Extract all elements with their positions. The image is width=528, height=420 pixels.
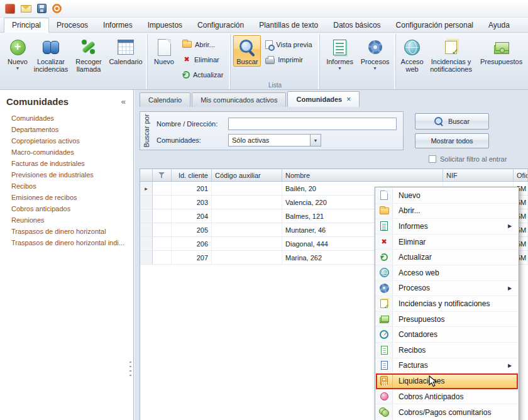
feed-icon[interactable] bbox=[52, 4, 62, 13]
binoculars-icon bbox=[42, 40, 60, 55]
doc-tab-comunicados[interactable]: Mis comunicados activos bbox=[192, 92, 286, 107]
menu-item-acceso-web[interactable]: Acceso web bbox=[376, 265, 518, 281]
acceso-web-button[interactable]: Acceso web bbox=[399, 35, 426, 74]
actualizar-button[interactable]: Actualizar bbox=[178, 68, 228, 81]
solicitar-filtro-checkbox[interactable]: Solicitar filtro al entrar bbox=[429, 155, 507, 163]
calendario-button[interactable]: Calendario bbox=[107, 35, 145, 67]
sidebar-item-comunidades[interactable]: Comunidades bbox=[0, 113, 133, 124]
column-header-nombre[interactable]: Nombre bbox=[282, 169, 443, 181]
splitter-handle[interactable] bbox=[129, 362, 131, 378]
budget-icon bbox=[380, 318, 388, 323]
sidebar-item-cobros-anticipados[interactable]: Cobros anticipados bbox=[0, 203, 133, 214]
ribbon-group-registro: Nuevo Abrir... Eliminar Actualizar bbox=[147, 34, 230, 89]
nuevo-registro-button[interactable]: Nuevo bbox=[150, 35, 178, 67]
tab-principal[interactable]: Principal bbox=[4, 18, 49, 33]
sidebar-header: Comunidades « bbox=[0, 90, 133, 113]
menu-item-recibos[interactable]: Recibos bbox=[376, 343, 518, 358]
tab-plantillas[interactable]: Plantillas de texto bbox=[251, 18, 326, 32]
menu-item-informes[interactable]: Informes ▶ bbox=[376, 219, 518, 235]
document-tab-bar: Calendario Mis comunicados activos Comun… bbox=[135, 90, 528, 107]
print-preview-icon bbox=[265, 40, 273, 49]
menu-item-nuevo[interactable]: Nuevo bbox=[376, 188, 518, 204]
nuevo-button[interactable]: Nuevo ▼ bbox=[4, 35, 31, 72]
checkbox-icon[interactable] bbox=[429, 155, 436, 163]
context-menu: Nuevo Abrir... Informes ▶ Eliminar Actua… bbox=[375, 187, 519, 420]
column-header-codigo-auxiliar[interactable]: Código auxiliar bbox=[212, 169, 282, 181]
calculator-icon bbox=[380, 376, 388, 385]
coin-icon bbox=[380, 392, 388, 401]
application-icon[interactable] bbox=[5, 4, 15, 14]
mail-icon[interactable] bbox=[21, 5, 31, 13]
informes-button[interactable]: Informes ▼ bbox=[322, 35, 358, 72]
incidencias-notificaciones-button[interactable]: Incidencias y notificaciones bbox=[426, 35, 476, 74]
sidebar-item-recibos[interactable]: Recibos bbox=[0, 180, 133, 192]
invoice-icon bbox=[381, 361, 388, 370]
ribbon-group-label-lista: Lista bbox=[231, 82, 319, 89]
collapse-sidebar-icon[interactable]: « bbox=[121, 97, 126, 106]
sidebar-item-reuniones[interactable]: Reuniones bbox=[0, 214, 133, 226]
menu-item-cobros-pagos[interactable]: Cobros/Pagos comunitarios bbox=[376, 404, 518, 420]
comunidades-select[interactable]: Sólo activas ▼ bbox=[228, 134, 321, 146]
ribbon-group-general: Nuevo ▼ Localizar incidencias Recoger ll… bbox=[1, 34, 147, 89]
receipt-icon bbox=[381, 346, 388, 355]
doc-tab-calendario[interactable]: Calendario bbox=[140, 92, 190, 107]
recoger-llamada-button[interactable]: Recoger llamada bbox=[70, 35, 107, 74]
sidebar-item-emisiones-recibos[interactable]: Emisiones de recibos bbox=[0, 192, 133, 203]
abrir-button[interactable]: Abrir... bbox=[178, 38, 228, 51]
buscar-filter-button[interactable]: Buscar bbox=[415, 113, 489, 130]
column-header-oficina[interactable]: Oficina bbox=[514, 169, 528, 181]
sidebar-item-previsiones-industriales[interactable]: Previsiones de industriales bbox=[0, 169, 133, 180]
tab-configuracion-personal[interactable]: Configuración personal bbox=[388, 18, 481, 32]
imprimir-button[interactable]: Imprimir bbox=[261, 53, 316, 66]
tab-informes[interactable]: Informes bbox=[96, 18, 140, 32]
menu-item-liquidaciones[interactable]: Liquidaciones bbox=[376, 373, 518, 389]
notifications-icon bbox=[380, 299, 388, 308]
sidebar-item-copropietarios[interactable]: Copropietarios activos bbox=[0, 135, 133, 146]
ribbon: Nuevo ▼ Localizar incidencias Recoger ll… bbox=[0, 33, 528, 90]
tab-procesos[interactable]: Procesos bbox=[49, 18, 96, 32]
vista-previa-button[interactable]: Vista previa bbox=[261, 38, 316, 51]
sidebar: Comunidades « Comunidades Departamentos … bbox=[0, 90, 134, 420]
menu-item-facturas[interactable]: Facturas ▶ bbox=[376, 358, 518, 374]
column-header-id-cliente[interactable]: Id. cliente bbox=[172, 169, 212, 181]
tab-datos-basicos[interactable]: Datos básicos bbox=[326, 18, 388, 32]
nombre-direccion-input[interactable] bbox=[228, 118, 397, 130]
tab-ayuda[interactable]: Ayuda bbox=[481, 18, 517, 32]
nombre-direccion-label: Nombre / Dirección: bbox=[157, 120, 228, 128]
eliminar-button[interactable]: Eliminar bbox=[178, 53, 228, 66]
doc-tab-comunidades[interactable]: Comunidades × bbox=[287, 91, 360, 107]
menu-item-eliminar[interactable]: Eliminar bbox=[376, 235, 518, 250]
sidebar-item-facturas-industriales[interactable]: Facturas de industriales bbox=[0, 158, 133, 169]
tab-configuracion[interactable]: Configuración bbox=[190, 18, 251, 32]
new-document-icon bbox=[158, 39, 171, 56]
menu-item-presupuestos[interactable]: Presupuestos bbox=[376, 312, 518, 328]
chevron-down-icon: ▼ bbox=[16, 66, 20, 70]
procesos-button[interactable]: Procesos ▼ bbox=[358, 35, 393, 72]
sidebar-title: Comunidades bbox=[6, 96, 69, 107]
mostrar-todos-button[interactable]: Mostrar todos bbox=[415, 133, 489, 148]
gear-icon bbox=[380, 284, 389, 293]
submenu-arrow-icon: ▶ bbox=[508, 285, 518, 291]
delete-icon bbox=[182, 55, 191, 64]
sidebar-item-macro-comunidades[interactable]: Macro-comunidades bbox=[0, 146, 133, 158]
close-tab-icon[interactable]: × bbox=[346, 95, 351, 104]
buscar-button[interactable]: Buscar bbox=[233, 35, 261, 67]
sidebar-item-traspasos-horizontal[interactable]: Traspasos de dinero horizontal bbox=[0, 226, 133, 237]
menu-item-abrir[interactable]: Abrir... bbox=[376, 204, 518, 219]
submenu-arrow-icon: ▶ bbox=[508, 223, 518, 229]
sidebar-item-traspasos-horizontal-indi[interactable]: Traspasos de dinero horizontal indi... bbox=[0, 237, 133, 248]
save-icon[interactable] bbox=[37, 4, 47, 13]
filter-column-header[interactable] bbox=[153, 169, 172, 181]
menu-item-actualizar[interactable]: Actualizar bbox=[376, 250, 518, 265]
chevron-down-icon[interactable]: ▼ bbox=[310, 135, 321, 146]
presupuestos-button[interactable]: Presupuestos bbox=[476, 35, 527, 67]
menu-item-contadores[interactable]: Contadores bbox=[376, 327, 518, 343]
menu-item-procesos[interactable]: Procesos ▶ bbox=[376, 281, 518, 297]
search-icon bbox=[434, 117, 444, 126]
sidebar-item-departamentos[interactable]: Departamentos bbox=[0, 124, 133, 135]
localizar-incidencias-button[interactable]: Localizar incidencias bbox=[31, 35, 70, 74]
tab-impuestos[interactable]: Impuestos bbox=[140, 18, 190, 32]
menu-item-cobros-anticipados[interactable]: Cobros Anticipados bbox=[376, 389, 518, 405]
column-header-nif[interactable]: NIF bbox=[443, 169, 514, 181]
menu-item-incidencias[interactable]: Incidencias y notificaciones bbox=[376, 296, 518, 312]
